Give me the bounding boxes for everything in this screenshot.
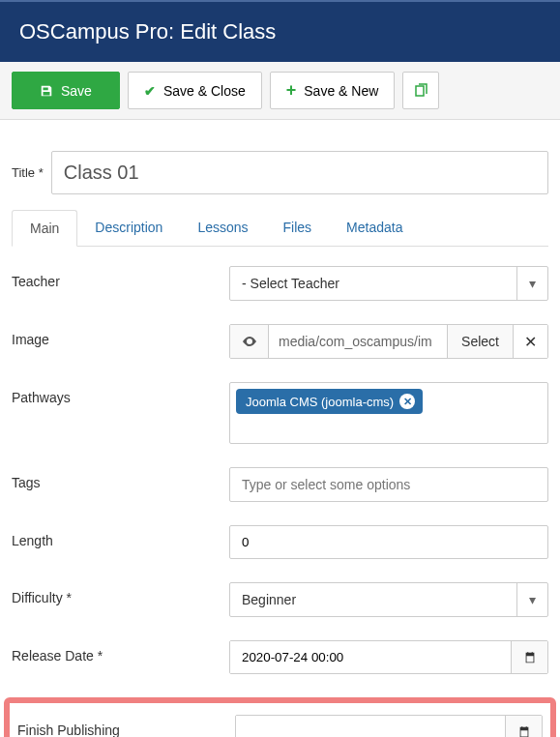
finish-publishing-control [235, 715, 543, 737]
save-button[interactable]: Save [12, 72, 120, 109]
pathways-row: Pathways Joomla CMS (joomla-cms) ✕ [12, 382, 548, 444]
chevron-down-icon: ▾ [516, 267, 547, 300]
tab-description[interactable]: Description [77, 210, 180, 246]
calendar-icon [523, 651, 537, 664]
image-select-button[interactable]: Select [447, 325, 513, 358]
image-row: Image media/com_oscampus/im Select ✕ [12, 324, 548, 359]
length-label: Length [12, 525, 229, 548]
svg-rect-0 [416, 86, 424, 96]
image-control: media/com_oscampus/im Select ✕ [229, 324, 548, 359]
save-icon [40, 84, 53, 98]
copy-icon [413, 83, 428, 99]
pathway-chip: Joomla CMS (joomla-cms) ✕ [236, 389, 423, 414]
chip-remove-button[interactable]: ✕ [399, 394, 415, 409]
save-new-label: Save & New [304, 83, 378, 99]
tab-main[interactable]: Main [12, 210, 77, 247]
finish-publishing-row: Finish Publishing [17, 715, 543, 737]
length-input[interactable] [229, 525, 548, 559]
tab-files[interactable]: Files [266, 210, 330, 246]
close-icon: ✕ [524, 333, 537, 351]
close-icon: ✕ [403, 396, 412, 408]
image-path: media/com_oscampus/im [269, 325, 447, 358]
release-date-row: Release Date * [12, 640, 548, 674]
save-label: Save [61, 83, 92, 99]
finish-publishing-calendar-button[interactable] [505, 716, 542, 737]
preview-button[interactable] [230, 325, 269, 358]
pathway-chip-label: Joomla CMS (joomla-cms) [246, 395, 394, 409]
difficulty-select[interactable]: Beginner ▾ [229, 582, 548, 617]
difficulty-row: Difficulty * Beginner ▾ [12, 582, 548, 617]
save-new-button[interactable]: + Save & New [270, 72, 396, 109]
teacher-row: Teacher - Select Teacher ▾ [12, 266, 548, 301]
release-date-input[interactable] [230, 641, 511, 673]
save-close-button[interactable]: ✔ Save & Close [128, 72, 262, 109]
page-title: OSCampus Pro: Edit Class [19, 19, 276, 44]
finish-publishing-label: Finish Publishing [17, 715, 235, 737]
difficulty-label: Difficulty * [12, 582, 229, 605]
teacher-label: Teacher [12, 266, 229, 289]
tabs: Main Description Lessons Files Metadata [12, 210, 548, 247]
plus-icon: + [286, 80, 297, 101]
check-icon: ✔ [144, 83, 156, 99]
tab-metadata[interactable]: Metadata [329, 210, 420, 246]
title-row: Title * [12, 151, 548, 194]
pathways-box[interactable]: Joomla CMS (joomla-cms) ✕ [229, 382, 548, 444]
difficulty-value: Beginner [230, 583, 516, 616]
teacher-value: - Select Teacher [230, 267, 516, 300]
tab-lessons[interactable]: Lessons [180, 210, 265, 246]
eye-icon [242, 334, 257, 349]
toolbar: Save ✔ Save & Close + Save & New [0, 62, 560, 120]
release-date-control [229, 640, 548, 674]
length-row: Length [12, 525, 548, 559]
title-label: Title * [12, 165, 44, 180]
chevron-down-icon: ▾ [516, 583, 547, 616]
page-header: OSCampus Pro: Edit Class [0, 0, 560, 62]
release-date-label: Release Date * [12, 640, 229, 663]
tags-row: Tags [12, 467, 548, 502]
finish-publishing-highlight: Finish Publishing [4, 697, 556, 737]
image-clear-button[interactable]: ✕ [513, 325, 547, 358]
release-date-calendar-button[interactable] [511, 641, 547, 673]
calendar-icon [517, 725, 531, 738]
image-label: Image [12, 324, 229, 347]
content-area: Title * Main Description Lessons Files M… [0, 120, 560, 737]
save-close-label: Save & Close [163, 83, 246, 99]
tags-label: Tags [12, 467, 229, 490]
title-input[interactable] [51, 151, 548, 194]
save-copy-button[interactable] [402, 72, 439, 109]
pathways-label: Pathways [12, 382, 229, 405]
finish-publishing-input[interactable] [236, 716, 505, 737]
teacher-select[interactable]: - Select Teacher ▾ [229, 266, 548, 301]
tags-input[interactable] [229, 467, 548, 502]
